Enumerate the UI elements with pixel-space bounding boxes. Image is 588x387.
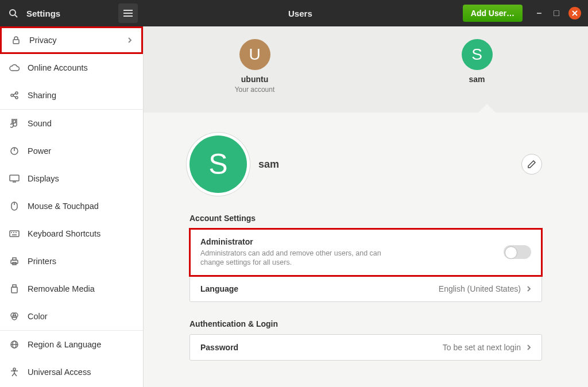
sidebar-item-sound[interactable]: Sound bbox=[0, 110, 143, 137]
sidebar-item-privacy[interactable]: Privacy bbox=[0, 26, 143, 54]
edit-user-button[interactable] bbox=[521, 154, 542, 175]
sidebar-item-label: Online Accounts bbox=[28, 63, 88, 72]
administrator-row[interactable]: Administrator Administrators can add and… bbox=[190, 229, 541, 276]
sidebar-item-online-accounts[interactable]: Online Accounts bbox=[0, 54, 143, 82]
lock-icon bbox=[11, 35, 21, 45]
svg-point-8 bbox=[11, 94, 13, 96]
chevron-right-icon bbox=[127, 37, 132, 44]
svg-line-1 bbox=[15, 15, 17, 17]
sidebar-item-label: Universal Access bbox=[28, 367, 91, 377]
sidebar-item-sharing[interactable]: Sharing bbox=[0, 82, 143, 109]
language-row[interactable]: Language English (United States) bbox=[190, 276, 541, 301]
sidebar-item-label: Displays bbox=[28, 174, 59, 183]
svg-line-38 bbox=[12, 373, 14, 376]
sidebar-item-label: Printers bbox=[28, 257, 56, 266]
keyboard-icon bbox=[9, 229, 20, 239]
sidebar-item-keyboard[interactable]: Keyboard Shortcuts bbox=[0, 220, 143, 247]
users-strip: U ubuntu Your account S sam bbox=[144, 26, 588, 113]
app-title: Settings bbox=[26, 9, 118, 18]
menu-icon bbox=[123, 10, 133, 17]
sidebar-item-label: Removable Media bbox=[28, 284, 95, 293]
user-chip-ubuntu[interactable]: U ubuntu Your account bbox=[220, 39, 289, 94]
hamburger-button[interactable] bbox=[118, 3, 138, 23]
svg-rect-25 bbox=[13, 258, 16, 260]
sidebar-item-removable-media[interactable]: Removable Media bbox=[0, 275, 143, 303]
sidebar-item-color[interactable]: Color bbox=[0, 303, 143, 330]
selected-user-name: sam bbox=[258, 158, 279, 171]
user-chip-sam[interactable]: S sam bbox=[443, 39, 512, 84]
window-maximize-button[interactable]: □ bbox=[548, 8, 565, 18]
row-description: Administrators can add and remove other … bbox=[200, 249, 390, 268]
printer-icon bbox=[9, 256, 20, 266]
svg-point-10 bbox=[16, 96, 18, 99]
account-settings-group: Administrator Administrators can add and… bbox=[189, 229, 542, 302]
main-panel: U ubuntu Your account S sam S sam Accoun… bbox=[144, 26, 588, 387]
display-icon bbox=[9, 173, 20, 184]
password-row[interactable]: Password To be set at next login bbox=[190, 335, 541, 360]
pencil-icon bbox=[527, 160, 536, 169]
cloud-icon bbox=[9, 63, 20, 73]
password-value: To be set at next login bbox=[443, 343, 521, 352]
share-icon bbox=[9, 90, 20, 100]
add-user-button[interactable]: Add User… bbox=[463, 5, 523, 22]
user-detail: S sam Account Settings Administrator Adm… bbox=[144, 113, 588, 361]
svg-rect-7 bbox=[13, 40, 19, 44]
avatar-sam: S bbox=[462, 39, 493, 70]
svg-line-39 bbox=[14, 373, 17, 376]
avatar-large: S bbox=[189, 136, 247, 193]
search-button[interactable] bbox=[0, 0, 26, 26]
row-title: Language bbox=[200, 284, 439, 293]
svg-point-35 bbox=[13, 368, 16, 370]
sidebar-item-mouse-touchpad[interactable]: Mouse & Touchpad bbox=[0, 192, 143, 220]
svg-line-11 bbox=[13, 94, 16, 95]
titlebar: Settings Users Add User… – □ bbox=[0, 0, 588, 26]
sidebar: Privacy Online Accounts Sharing Sound bbox=[0, 26, 144, 387]
svg-point-9 bbox=[16, 92, 18, 94]
selection-pointer bbox=[478, 104, 496, 113]
sidebar-item-power[interactable]: Power bbox=[0, 137, 143, 165]
accessibility-icon bbox=[9, 367, 20, 377]
user-name: sam bbox=[443, 75, 512, 84]
panel-title: Users bbox=[138, 9, 463, 18]
sidebar-item-label: Color bbox=[28, 312, 48, 321]
globe-icon bbox=[9, 339, 20, 350]
row-title: Administrator bbox=[200, 237, 504, 246]
sidebar-item-label: Region & Language bbox=[28, 340, 101, 349]
power-icon bbox=[9, 146, 20, 156]
user-name: ubuntu bbox=[220, 75, 289, 84]
administrator-toggle[interactable] bbox=[504, 245, 531, 259]
sidebar-item-region-language[interactable]: Region & Language bbox=[0, 331, 143, 358]
language-value: English (United States) bbox=[439, 284, 521, 293]
user-sublabel: Your account bbox=[235, 86, 275, 94]
svg-rect-15 bbox=[10, 175, 19, 181]
window-minimize-button[interactable]: – bbox=[531, 8, 548, 18]
avatar-ubuntu: U bbox=[239, 39, 270, 70]
sidebar-item-label: Keyboard Shortcuts bbox=[28, 229, 100, 238]
row-title: Password bbox=[200, 343, 443, 352]
sidebar-item-label: Power bbox=[28, 146, 51, 156]
auth-login-group: Password To be set at next login bbox=[189, 334, 542, 361]
section-account-settings: Account Settings bbox=[189, 214, 542, 223]
sidebar-item-label: Sound bbox=[28, 119, 52, 128]
usb-icon bbox=[9, 284, 20, 294]
svg-rect-28 bbox=[11, 287, 17, 293]
sidebar-item-universal-access[interactable]: Universal Access bbox=[0, 358, 143, 386]
close-icon bbox=[572, 10, 578, 16]
section-auth-login: Authentication & Login bbox=[189, 319, 542, 328]
music-note-icon bbox=[9, 118, 20, 129]
mouse-icon bbox=[9, 201, 20, 211]
svg-line-12 bbox=[13, 96, 16, 97]
chevron-right-icon bbox=[527, 285, 531, 292]
svg-rect-24 bbox=[11, 260, 18, 264]
window-close-button[interactable] bbox=[568, 7, 581, 20]
svg-rect-19 bbox=[10, 231, 19, 237]
svg-point-0 bbox=[10, 10, 16, 16]
sidebar-item-label: Privacy bbox=[29, 36, 57, 45]
sidebar-item-printers[interactable]: Printers bbox=[0, 247, 143, 275]
sidebar-item-label: Mouse & Touchpad bbox=[28, 202, 99, 211]
user-header: S sam bbox=[189, 136, 542, 193]
sidebar-item-displays[interactable]: Displays bbox=[0, 165, 143, 192]
sidebar-item-label: Sharing bbox=[28, 91, 56, 100]
search-icon bbox=[9, 9, 18, 18]
chevron-right-icon bbox=[527, 344, 531, 351]
